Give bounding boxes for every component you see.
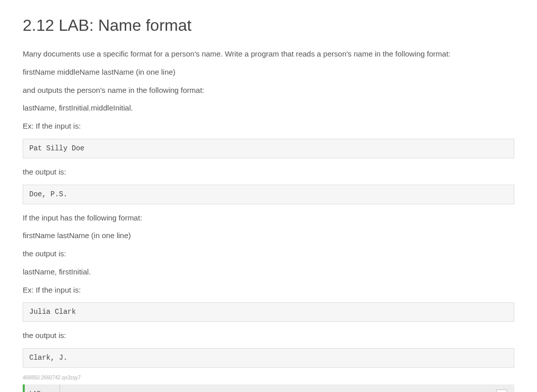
output-format-2: lastName, firstInitial.: [23, 266, 514, 277]
code-output-1: Doe, P.S.: [23, 185, 514, 204]
example-intro-2: Ex: If the input is:: [23, 285, 514, 296]
input-format-1: firstName middleName lastName (in one li…: [23, 67, 514, 78]
activity-score: 4 / 10: [469, 390, 491, 392]
output-desc-1: and outputs the person's name in the fol…: [23, 85, 514, 96]
output-is-1: the output is:: [23, 166, 514, 178]
alt-format-intro: If the input has the following format:: [23, 212, 514, 223]
lab-activity-bar: LAB ACTIVITY 2.12.1: LAB: Name format 4 …: [23, 384, 514, 392]
intro-text: Many documents use a specific format for…: [23, 48, 514, 60]
page-title: 2.12 LAB: Name format: [23, 13, 514, 37]
output-format-1: lastName, firstInitial.middleInitial.: [23, 102, 514, 114]
code-input-2: Julia Clark: [23, 302, 514, 322]
code-output-2: Clark, J.: [23, 348, 514, 368]
example-intro-1: Ex: If the input is:: [23, 121, 514, 132]
activity-title: 2.12.1: LAB: Name format: [60, 384, 462, 392]
activity-score-container: 4 / 10: [462, 384, 514, 392]
bookmark-icon[interactable]: [496, 389, 507, 392]
activity-label: LAB ACTIVITY: [25, 384, 60, 392]
code-input-1: Pat Silly Doe: [23, 139, 514, 158]
input-format-2: firstName lastName (in one line): [23, 230, 514, 241]
output-is-2: the output is:: [23, 248, 514, 259]
activity-label-line1: LAB: [30, 390, 55, 393]
resource-id: 468850.2660742.qx3zqy7: [23, 374, 514, 381]
output-is-3: the output is:: [23, 330, 514, 341]
